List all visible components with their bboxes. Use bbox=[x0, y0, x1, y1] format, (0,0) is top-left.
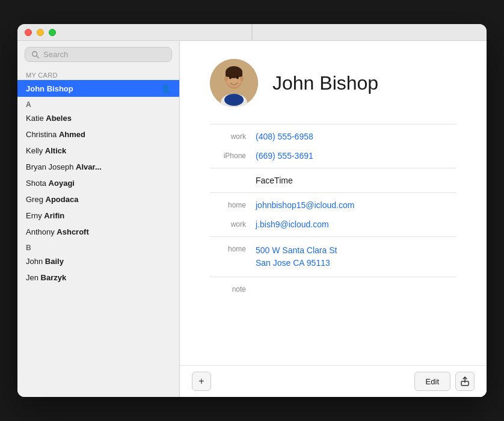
divider-1 bbox=[210, 124, 456, 124]
minimize-button[interactable] bbox=[37, 29, 44, 36]
bottom-right-actions: Edit bbox=[414, 372, 475, 391]
search-box bbox=[25, 47, 172, 62]
contact-name: John Baily bbox=[26, 257, 64, 266]
field-value-work-email[interactable]: j.bish9@icloud.com bbox=[256, 220, 456, 229]
search-input[interactable] bbox=[43, 50, 165, 59]
contact-header: John Bishop bbox=[210, 59, 456, 107]
field-label-iphone: iPhone bbox=[210, 151, 246, 160]
field-row-address: home 500 W Santa Clara StSan Jose CA 951… bbox=[210, 239, 456, 274]
section-header-a: A bbox=[17, 97, 179, 110]
field-row-work-phone: work (408) 555-6958 bbox=[210, 127, 456, 146]
search-icon bbox=[31, 51, 40, 59]
bottom-bar: + Edit bbox=[180, 365, 487, 397]
edit-button[interactable]: Edit bbox=[414, 372, 450, 391]
me-icon: 👤 bbox=[161, 84, 171, 93]
svg-point-10 bbox=[236, 76, 239, 79]
svg-point-12 bbox=[224, 94, 244, 106]
contact-item-bryan-alvar[interactable]: Bryan Joseph Alvar... bbox=[17, 159, 179, 175]
contact-name: Christina Ahmed bbox=[26, 130, 85, 139]
svg-point-9 bbox=[229, 76, 232, 79]
contact-name: Kelly Altick bbox=[26, 146, 66, 155]
field-row-iphone: iPhone (669) 555-3691 bbox=[210, 146, 456, 165]
add-contact-button[interactable]: + bbox=[192, 372, 211, 391]
close-button[interactable] bbox=[25, 29, 32, 36]
contact-item-erny-arifin[interactable]: Erny Arifin bbox=[17, 207, 179, 224]
contact-item-jen-barzyk[interactable]: Jen Barzyk bbox=[17, 269, 179, 286]
svg-point-8 bbox=[240, 76, 244, 81]
contact-full-name: John Bishop bbox=[272, 72, 378, 94]
contact-item-shota-aoyagi[interactable]: Shota Aoyagi bbox=[17, 175, 179, 191]
field-value-work-phone[interactable]: (408) 555-6958 bbox=[256, 132, 456, 141]
svg-rect-6 bbox=[226, 72, 242, 77]
field-label-address: home bbox=[210, 244, 246, 253]
svg-line-1 bbox=[37, 55, 39, 58]
contact-name: Shota Aoyagi bbox=[26, 179, 75, 188]
contact-name: Katie Abeles bbox=[26, 114, 72, 123]
field-row-work-email: work j.bish9@icloud.com bbox=[210, 215, 456, 234]
divider-2 bbox=[210, 168, 456, 168]
share-icon bbox=[460, 376, 470, 386]
divider-3 bbox=[210, 192, 456, 193]
field-row-home-email: home johnbishop15@icloud.com bbox=[210, 195, 456, 215]
sidebar-resizer[interactable] bbox=[252, 24, 253, 40]
field-value-home-email[interactable]: johnbishop15@icloud.com bbox=[256, 200, 456, 210]
bottom-left-actions: + bbox=[192, 372, 211, 391]
facetime-row: FaceTime bbox=[210, 171, 456, 190]
field-label-work-phone: work bbox=[210, 132, 246, 141]
contact-item-anthony-ashcroft[interactable]: Anthony Ashcroft bbox=[17, 224, 179, 240]
sidebar: My Card John Bishop 👤 A Katie Abeles Chr… bbox=[17, 41, 180, 397]
section-header-b: B bbox=[17, 240, 179, 253]
titlebar bbox=[17, 24, 487, 41]
divider-4 bbox=[210, 236, 456, 237]
contact-name: Jen Barzyk bbox=[26, 273, 66, 282]
svg-point-7 bbox=[224, 76, 228, 81]
contact-item-christina-ahmed[interactable]: Christina Ahmed bbox=[17, 126, 179, 143]
main-panel: John Bishop work (408) 555-6958 iPhone (… bbox=[180, 41, 487, 397]
facetime-value[interactable]: FaceTime bbox=[256, 176, 293, 185]
divider-5 bbox=[210, 277, 456, 277]
field-label-home-email: home bbox=[210, 200, 246, 209]
contact-name: Bryan Joseph Alvar... bbox=[26, 162, 102, 171]
my-card-section-label: My Card bbox=[17, 68, 179, 80]
contact-name-john-bishop: John Bishop bbox=[26, 84, 73, 93]
contact-item-john-bishop[interactable]: John Bishop 👤 bbox=[17, 80, 179, 97]
share-button[interactable] bbox=[455, 372, 475, 391]
avatar-image bbox=[210, 59, 258, 107]
field-row-note: note bbox=[210, 280, 456, 298]
contact-name: Greg Apodaca bbox=[26, 195, 78, 204]
contact-detail: John Bishop work (408) 555-6958 iPhone (… bbox=[180, 41, 487, 365]
main-window: My Card John Bishop 👤 A Katie Abeles Chr… bbox=[17, 24, 487, 397]
field-label-work-email: work bbox=[210, 220, 246, 229]
contact-item-katie-abeles[interactable]: Katie Abeles bbox=[17, 110, 179, 126]
contact-item-kelly-altick[interactable]: Kelly Altick bbox=[17, 143, 179, 159]
contact-name: Anthony Ashcroft bbox=[26, 227, 89, 236]
maximize-button[interactable] bbox=[49, 29, 56, 36]
field-label-note: note bbox=[210, 284, 246, 293]
field-value-iphone[interactable]: (669) 555-3691 bbox=[256, 151, 456, 161]
search-container bbox=[17, 41, 179, 68]
contacts-list: My Card John Bishop 👤 A Katie Abeles Chr… bbox=[17, 68, 179, 397]
avatar bbox=[210, 59, 258, 107]
contact-item-john-baily[interactable]: John Baily bbox=[17, 253, 179, 269]
contact-item-greg-apodaca[interactable]: Greg Apodaca bbox=[17, 191, 179, 207]
field-value-address[interactable]: 500 W Santa Clara StSan Jose CA 95113 bbox=[256, 244, 456, 269]
contact-name: Erny Arifin bbox=[26, 211, 64, 220]
content-area: My Card John Bishop 👤 A Katie Abeles Chr… bbox=[17, 41, 487, 397]
